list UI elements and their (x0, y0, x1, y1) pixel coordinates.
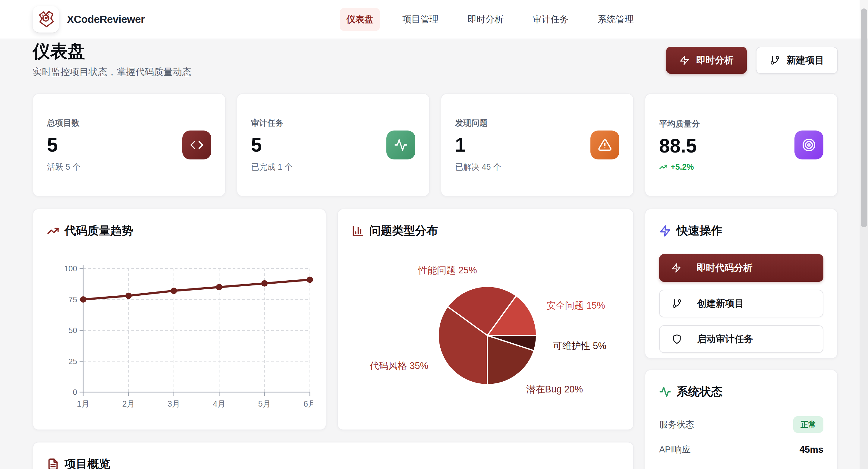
status-badge: 正常 (793, 416, 824, 433)
quick-actions-card: 快速操作 即时代码分析 创建新项目 (645, 209, 838, 359)
quality-trend-title: 代码质量趋势 (64, 223, 133, 239)
stat-card-issues-found: 发现问题 1 已解决 45 个 (441, 93, 634, 196)
page-title: 仪表盘 (33, 41, 191, 61)
quick-action-label: 即时代码分析 (696, 262, 752, 274)
stat-value: 1 (455, 134, 501, 156)
svg-text:25: 25 (68, 357, 77, 366)
top-nav-bar: XCodeReviewer 仪表盘 项目管理 即时分析 审计任务 系统管理 (0, 0, 868, 39)
quick-actions-title-row: 快速操作 (659, 223, 824, 239)
scrollbar-thumb[interactable] (861, 8, 867, 227)
zap-icon (671, 263, 681, 273)
quality-trend-chart[interactable]: 02550751001月2月3月4月5月6月 (47, 239, 313, 413)
zap-icon (679, 55, 689, 65)
svg-text:安全问题 15%: 安全问题 15% (547, 300, 605, 311)
git-branch-icon (672, 299, 682, 309)
nav-item-projects[interactable]: 项目管理 (396, 8, 445, 31)
nav-item-dashboard[interactable]: 仪表盘 (340, 8, 380, 31)
system-status-title-row: 系统状态 (659, 384, 824, 399)
trending-up-icon (47, 225, 59, 237)
git-branch-icon (770, 55, 780, 65)
status-row-label: 服务状态 (659, 419, 694, 431)
create-new-project-button[interactable]: 创建新项目 (659, 290, 824, 317)
instant-analysis-button[interactable]: 即时分析 (666, 47, 747, 74)
status-row-value: 45ms (800, 444, 824, 455)
issue-distribution-card: 问题类型分布 安全问题 15%性能问题 25%代码风格 35%潜在Bug 20%… (337, 209, 634, 430)
stat-label: 平均质量分 (659, 119, 700, 129)
svg-text:1月: 1月 (77, 399, 90, 408)
app-logo[interactable] (33, 6, 59, 33)
nav-item-instant-analysis[interactable]: 即时分析 (461, 8, 510, 31)
page-subtitle: 实时监控项目状态，掌握代码质量动态 (33, 66, 191, 79)
stat-trend-value: +5.2% (671, 162, 694, 172)
quality-trend-card: 代码质量趋势 02550751001月2月3月4月5月6月 (33, 209, 327, 430)
bar-chart-icon (352, 225, 364, 237)
service-status-row: 服务状态 正常 (659, 416, 824, 433)
alert-triangle-icon (590, 130, 619, 159)
new-project-button-label: 新建项目 (786, 54, 824, 67)
svg-text:潜在Bug 20%: 潜在Bug 20% (526, 384, 583, 395)
instant-code-analysis-button[interactable]: 即时代码分析 (659, 254, 824, 282)
quick-action-label: 启动审计任务 (697, 333, 753, 345)
svg-text:50: 50 (68, 326, 77, 335)
stat-trend: +5.2% (659, 162, 700, 172)
zap-icon (659, 225, 671, 237)
stat-cards: 总项目数 5 活跃 5 个 审计任务 5 已完成 1 个 发现问题 1 已解决 … (33, 93, 838, 196)
main-nav: 仪表盘 项目管理 即时分析 审计任务 系统管理 (340, 8, 641, 31)
header-actions: 即时分析 新建项目 (666, 47, 838, 74)
stat-value: 88.5 (659, 135, 700, 157)
start-audit-task-button[interactable]: 启动审计任务 (659, 325, 824, 353)
system-status-card: 系统状态 服务状态 正常 API响应 45ms (645, 370, 838, 469)
trending-up-icon (659, 163, 668, 171)
svg-text:4月: 4月 (213, 399, 225, 408)
target-icon (795, 130, 824, 159)
page-header: 仪表盘 实时监控项目状态，掌握代码质量动态 (33, 41, 191, 79)
quick-actions-list: 即时代码分析 创建新项目 启动审计任务 (659, 254, 824, 353)
stat-card-total-projects: 总项目数 5 活跃 5 个 (33, 93, 226, 196)
nav-item-audit-tasks[interactable]: 审计任务 (526, 8, 575, 31)
stat-label: 总项目数 (47, 118, 81, 128)
stat-sub: 已完成 1 个 (251, 162, 293, 173)
system-status-title: 系统状态 (677, 384, 722, 399)
nav-item-system-admin[interactable]: 系统管理 (591, 8, 641, 31)
svg-text:75: 75 (68, 295, 77, 304)
svg-text:100: 100 (64, 264, 77, 273)
quick-actions-title: 快速操作 (677, 223, 722, 239)
project-overview-title: 项目概览 (64, 456, 110, 469)
activity-icon (386, 130, 415, 159)
stat-value: 5 (251, 134, 293, 156)
svg-text:3月: 3月 (167, 399, 180, 408)
stat-sub: 活跃 5 个 (47, 162, 81, 173)
svg-text:2月: 2月 (122, 399, 135, 408)
right-column: 快速操作 即时代码分析 创建新项目 (645, 209, 838, 469)
stat-card-audit-tasks: 审计任务 5 已完成 1 个 (237, 93, 430, 196)
svg-text:0: 0 (73, 387, 77, 397)
issue-distribution-title: 问题类型分布 (369, 223, 438, 239)
svg-text:6月: 6月 (304, 399, 313, 408)
project-overview-card: 项目概览 (33, 442, 634, 469)
new-project-button[interactable]: 新建项目 (756, 47, 838, 74)
project-overview-title-row: 项目概览 (47, 456, 619, 469)
shield-icon (672, 334, 682, 344)
file-text-icon (47, 458, 59, 469)
svg-text:性能问题 25%: 性能问题 25% (418, 265, 477, 276)
quick-action-label: 创建新项目 (697, 297, 744, 310)
brand-name: XCodeReviewer (67, 13, 145, 25)
fox-emblem-icon (36, 10, 55, 29)
status-row-label: API响应 (659, 444, 691, 456)
svg-text:可维护性 5%: 可维护性 5% (553, 341, 606, 351)
activity-icon (659, 386, 671, 398)
stat-card-avg-quality: 平均质量分 88.5 +5.2% (645, 93, 838, 196)
system-status-rows: 服务状态 正常 API响应 45ms (659, 416, 824, 456)
stat-sub: 已解决 45 个 (455, 162, 501, 173)
charts-row: 代码质量趋势 02550751001月2月3月4月5月6月 问题类型分布 安全问… (33, 209, 838, 469)
svg-text:代码风格 35%: 代码风格 35% (369, 361, 428, 371)
quality-trend-title-row: 代码质量趋势 (47, 223, 312, 239)
issue-distribution-chart[interactable]: 安全问题 15%性能问题 25%代码风格 35%潜在Bug 20%可维护性 5% (352, 239, 621, 418)
api-response-row: API响应 45ms (659, 444, 824, 456)
code-icon (182, 130, 211, 159)
stat-label: 发现问题 (455, 118, 501, 128)
instant-analysis-button-label: 即时分析 (696, 54, 734, 67)
stat-value: 5 (47, 134, 81, 156)
issue-distribution-title-row: 问题类型分布 (352, 223, 619, 239)
svg-text:5月: 5月 (258, 399, 271, 408)
